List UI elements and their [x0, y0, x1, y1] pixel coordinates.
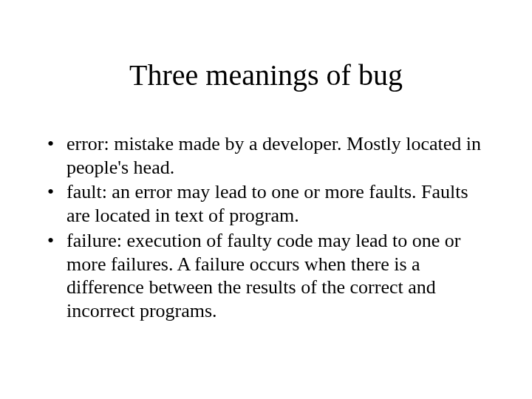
slide-title: Three meanings of bug [0, 58, 532, 92]
list-item: failure: execution of faulty code may le… [46, 229, 488, 323]
list-item: error: mistake made by a developer. Most… [46, 132, 488, 179]
slide: Three meanings of bug error: mistake mad… [0, 58, 532, 399]
list-item: fault: an error may lead to one or more … [46, 180, 488, 227]
bullet-list: error: mistake made by a developer. Most… [46, 132, 488, 323]
